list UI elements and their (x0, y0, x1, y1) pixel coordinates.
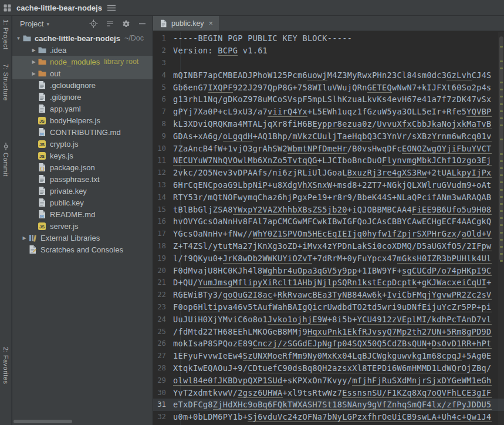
code-line-18[interactable]: 18Z+T4ZSl/ytutMa27jKnXg3oZD+iMvx4zYPDnLa… (153, 240, 504, 252)
editor-vertical-scrollbar[interactable] (498, 32, 504, 425)
code-line-14[interactable]: 14RTY53r/mQtNOFwymqChaz6hjPgxPe19+r8r9/B… (153, 191, 504, 203)
code-line-4[interactable]: 4mQINBF7apCMBEADJPhoW125Pcm6uowjM4Z3MyRw… (153, 69, 504, 81)
tree-item-keys-js[interactable]: JSkeys.js (12, 150, 153, 161)
code-text: olwl84e0fJKBDvpQXP1SUd+sKPXxOn7Kvyy/mfjh… (173, 376, 492, 385)
tree-item-label: keys.js (50, 151, 73, 160)
editor-tabbar: public.key × (153, 16, 504, 31)
code-line-26[interactable]: 26mokIsaP8SPQozE89Cnczj/zSGGdEJpNgfp04SQ… (153, 338, 504, 350)
tree-item-private-key[interactable]: private.key (12, 185, 153, 197)
tree-item-crypto-js[interactable]: JScrypto.js (12, 138, 153, 150)
tab-public-key[interactable]: public.key × (153, 16, 219, 31)
code-line-22[interactable]: 22RGEWiBTy3/qoQuG2I8ac+RkRvawcBEa3TyNB84… (153, 289, 504, 301)
code-line-10[interactable]: 107ZaAncB4fW+1vjO3grAhSW2WbmtNPfDmeHr/B0… (153, 142, 504, 154)
tree-item-readme-md[interactable]: MREADME.md (12, 208, 153, 220)
tool-window-button-structure[interactable]: 7: Structure (0, 64, 12, 101)
horizontal-scrollbar[interactable] (13, 420, 72, 423)
project-panel-header: Project ▾ (12, 16, 153, 32)
code-text: Version: BCPG v1.61 (173, 46, 268, 55)
chevron-down-icon[interactable]: ▾ (46, 21, 49, 27)
code-line-13[interactable]: 136HrCqENCpoaG9LbpNiP+u8XdgVhXSnxW+msd8+… (153, 179, 504, 191)
code-text: mQINBF7apCMBEADJPhoW125Pcm6uowjM4Z3MyRwx… (173, 70, 492, 80)
code-line-30[interactable]: 30YvT2xdmtkvwV/2gsz6UHWA+xl9tsRtwWz7Essn… (153, 386, 504, 399)
code-line-28[interactable]: 28XtqkIwEQAOuJ+9/CDtuefC90dsBq8QH2azsxXl… (153, 362, 504, 375)
chevron-collapsed-icon[interactable]: ▶ (21, 235, 28, 241)
tree-item-app-yaml[interactable]: app.yaml (12, 103, 153, 114)
code-line-1[interactable]: 1-----BEGIN PGP PUBLIC KEY BLOCK----- (153, 32, 504, 45)
tree-item-external-libraries[interactable]: ▶External Libraries (12, 232, 153, 244)
scrollbar-thumb[interactable] (499, 36, 503, 261)
file-md-icon: M (38, 127, 48, 137)
code-line-23[interactable]: 23F0op6Hltipva46v5tAufWahBAIgQicrUwdbdTO… (153, 301, 504, 313)
tool-window-button-project[interactable]: 1: Project (0, 19, 12, 49)
code-line-32[interactable]: 32u0m+0bLDM6PY1b+Sj6vduVc24zOFNa7bNyLGPz… (153, 411, 504, 423)
code-line-24[interactable]: 24UuJUiH0XjYMviC6o8o1Jvko1ojhjE9W+8i5b+Y… (153, 313, 504, 325)
code-line-29[interactable]: 29olwl84e0fJKBDvpQXP1SUd+sKPXxOn7Kvyy/mf… (153, 374, 504, 386)
app-grid-icon[interactable] (4, 4, 11, 12)
code-line-2[interactable]: 2Version: BCPG v1.61 (153, 45, 504, 57)
line-number: 16 (153, 217, 173, 225)
file-icon (160, 19, 168, 27)
code-line-20[interactable]: 20F0dMvajU8HC0KJh4l8Wghbr4uOpa3qGV5y9pp+… (153, 264, 504, 276)
code-line-9[interactable]: 9GDAs+xA6g/oLgqdH+AQ1Bhp/mVkzCUuljTaeHqb… (153, 130, 504, 142)
code-line-3[interactable]: 3 (153, 57, 504, 69)
tree-item-label: .gcloudignore (50, 81, 96, 90)
hide-icon[interactable] (138, 19, 147, 28)
code-line-21[interactable]: 21D+QU/YumJmsgMflipyXiRclt1AHbjNjlpSQRn1… (153, 276, 504, 289)
line-number: 12 (153, 168, 173, 177)
tree-item-node-modules[interactable]: ▶node_moduleslibrary root (12, 56, 153, 68)
tree-item--gcloudignore[interactable]: .gcloudignore (12, 79, 153, 91)
line-number: 7 (153, 107, 173, 116)
code-text: F0op6Hltipva46v5tAufWahBAIgQicrUwdbdTO2t… (173, 302, 492, 312)
code-line-17[interactable]: 17YGcsOaNnHv+fNw//WhY0Z1SPVOm5HEcEqIEIjq… (153, 228, 504, 240)
code-text: YvT2xdmtkvwV/2gsz6UHWA+xl9tsRtwWz7Essnsn… (173, 388, 492, 397)
close-tab-icon[interactable]: × (209, 19, 214, 28)
code-line-31[interactable]: 31eTxDFCg8ZjHdXHc9oBq6FQkTWXASH7St18SNAn… (153, 399, 504, 411)
code-editor[interactable]: 1-----BEGIN PGP PUBLIC KEY BLOCK-----2Ve… (153, 32, 504, 425)
code-line-27[interactable]: 271EFyuFvvwIeEw4SzUNXMoeRfMm9Ny0MxKx04Lq… (153, 350, 504, 362)
line-number: 18 (153, 242, 173, 250)
main-menu-icon[interactable] (107, 5, 116, 11)
svg-text:JS: JS (39, 142, 45, 147)
code-line-11[interactable]: 11NECUYuW7NhQVOwlMb6XnZo5TvtqQG+LJCIboBn… (153, 154, 504, 167)
svg-text:JS: JS (39, 224, 45, 230)
tree-item-contributing-md[interactable]: MCONTRIBUTING.md (12, 126, 153, 138)
tree-item-server-js[interactable]: JSserver.js (12, 220, 153, 232)
chevron-collapsed-icon[interactable]: ▶ (30, 48, 38, 53)
code-line-12[interactable]: 122vkc/2O5Nev3vDPAAfs/ni6zjRLiUlJGoaLBxu… (153, 167, 504, 179)
tool-window-label: 2: Favorites (2, 347, 9, 384)
code-line-16[interactable]: 16hvOVYGcsOaNnHv8FAl7apCMCGwMFCwkIBwIGFQ… (153, 215, 504, 228)
tool-window-button-favorites[interactable]: 2: Favorites (0, 347, 12, 384)
code-line-15[interactable]: 15tBlBbGljZSA8YWxpY2VAZXhhbXBsZS5jb20+iQ… (153, 203, 504, 215)
code-line-7[interactable]: 7gPYj7Xa0P+cL9xU3/a7viirQ4Yx+L5EWh1uqz1f… (153, 106, 504, 118)
locate-icon[interactable] (89, 19, 98, 28)
chevron-expanded-icon[interactable]: ▼ (15, 36, 22, 41)
tree-item-package-json[interactable]: {}package.json (12, 161, 153, 173)
code-text: RGEWiBTy3/qoQuG2I8ac+RkRvawcBEa3TyNB84Aw… (173, 290, 492, 299)
tree-item-passphrase-txt[interactable]: passphrase.txt (12, 173, 153, 185)
file-key-icon (38, 198, 48, 207)
project-panel-title[interactable]: Project (20, 19, 43, 28)
tree-item-scratches-and-consoles[interactable]: Scratches and Consoles (12, 244, 153, 255)
code-line-25[interactable]: 25/fdMtd22TH68EEhLMKOGeB8MMj9HqxuPnk1Ekf… (153, 325, 504, 338)
folder-excluded-icon (38, 69, 48, 78)
tree-item--gitignore[interactable]: .gitignore (12, 91, 153, 103)
tree-item-label: .idea (50, 46, 66, 55)
tool-window-button-commit[interactable]: Commit (0, 143, 12, 177)
collapse-all-icon[interactable] (106, 19, 114, 28)
code-text: XtqkIwEQAOuJ+9/CDtuefC90dsBq8QH2azsxXl8T… (173, 363, 492, 373)
tree-item--idea[interactable]: ▶.idea (12, 44, 153, 56)
code-line-6[interactable]: 6g13rhL1Nq/gDKoZ978uMCoSVspF5mpLSlhKzuaL… (153, 93, 504, 106)
chevron-collapsed-icon[interactable]: ▶ (30, 71, 38, 76)
file-js-icon: JS (38, 151, 48, 160)
code-line-8[interactable]: 8kL3XDviQRQKma4MTALjqXr8fiH6BEyppr8ezua0… (153, 118, 504, 130)
settings-icon[interactable] (122, 20, 130, 28)
code-text: Z+T4ZSl/ytutMa27jKnXg3oZD+iMvx4zYPDnLakS… (173, 241, 492, 251)
code-line-19[interactable]: 19l/f9QKyu0+JrK8wDb2WWKUYiOZvT+7dRrM+0yF… (153, 252, 504, 264)
chevron-collapsed-icon[interactable]: ▶ (30, 59, 38, 65)
code-line-5[interactable]: 5Gb6enG7IXQPF922J297QpP8G+758WIluVWujQRn… (153, 81, 504, 93)
tree-item-cache-little-bear-nodejs[interactable]: ▼cache-little-bear-nodejs~/Doc (12, 32, 153, 44)
tree-item-bodyhelpers-js[interactable]: JSbodyHelpers.js (12, 114, 153, 126)
tree-item-public-key[interactable]: public.key (12, 197, 153, 208)
tree-item-out[interactable]: ▶out (12, 68, 153, 79)
line-number: 4 (153, 71, 173, 79)
